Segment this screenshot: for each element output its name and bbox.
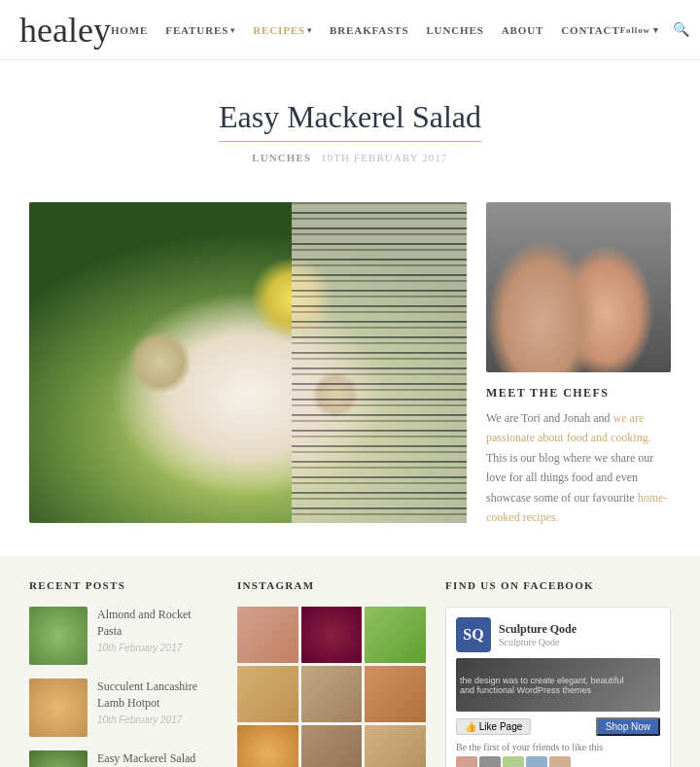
post-thumbnail[interactable] (29, 750, 88, 767)
instagram-grid (237, 607, 426, 767)
instagram-thumb[interactable] (365, 666, 426, 722)
meet-chefs-title: MEET THE CHEFS (486, 386, 671, 401)
article-meta: LUNCHES 10th February 2017 (19, 152, 681, 163)
recent-posts-column: RECENT POSTS Almond and Rocket Pasta 10t… (29, 579, 218, 767)
post-date: 10th February 2017 (97, 715, 218, 725)
facebook-shop-button[interactable]: Shop Now (596, 717, 660, 736)
post-thumbnail[interactable] (29, 679, 88, 737)
nav-features[interactable]: FEATURES (165, 24, 228, 36)
friend-avatar (503, 756, 524, 767)
nav-lunches[interactable]: LUNCHES (426, 24, 483, 36)
nav-recipes-dropdown[interactable]: RECIPES ▾ (253, 24, 312, 36)
post-title-link[interactable]: Almond and Rocket Pasta (97, 607, 218, 640)
nav-links: HOME FEATURES ▾ RECIPES ▾ BREAKFASTS LUN… (111, 24, 620, 36)
instagram-thumb[interactable] (237, 725, 298, 767)
follow-button[interactable]: Follow ▾ (620, 25, 659, 35)
article-date: 10th February 2017 (321, 152, 448, 163)
facebook-cover-image: the design was to create elegant, beauti… (456, 658, 660, 712)
facebook-page-sub: Sculpture Qode (499, 637, 577, 647)
facebook-page-name[interactable]: Sculpture Qode (499, 622, 577, 637)
search-icon[interactable]: 🔍 (673, 21, 689, 38)
instagram-title: INSTAGRAM (237, 579, 426, 591)
nav-features-dropdown[interactable]: FEATURES ▾ (165, 24, 235, 36)
post-date: 10th February 2017 (97, 643, 218, 653)
facebook-friends-text: Be the first of your friends to like thi… (456, 742, 660, 752)
article-category[interactable]: LUNCHES (252, 152, 311, 163)
article-header: Easy Mackerel Salad LUNCHES 10th Februar… (0, 60, 700, 183)
facebook-friend-avatars (456, 756, 660, 767)
post-thumbnail[interactable] (29, 607, 88, 665)
chevron-down-icon: ▾ (653, 25, 659, 35)
instagram-column: INSTAGRAM (237, 579, 426, 767)
main-content: MEET THE CHEFS We are Tori and Jonah and… (0, 183, 700, 556)
instagram-thumb[interactable] (301, 725, 363, 767)
food-image (29, 202, 467, 523)
post-title-link[interactable]: Easy Mackerel Salad (97, 750, 195, 767)
chevron-down-icon: ▾ (307, 25, 312, 35)
friend-avatar (526, 756, 547, 767)
nav-home[interactable]: HOME (111, 24, 148, 36)
nav-about[interactable]: ABOUT (502, 24, 544, 36)
instagram-thumb[interactable] (365, 607, 426, 663)
instagram-thumb[interactable] (301, 607, 363, 663)
list-item: Easy Mackerel Salad 10th February 2017 (29, 750, 218, 767)
nav-contact[interactable]: CONTACT (561, 24, 619, 36)
meet-chefs-text: We are Tori and Jonah and we are passion… (486, 408, 671, 527)
nav-right: Follow ▾ 🔍 (620, 21, 689, 38)
instagram-thumb[interactable] (365, 725, 426, 767)
nav-breakfasts[interactable]: BREAKFASTS (330, 24, 408, 36)
list-item: Almond and Rocket Pasta 10th February 20… (29, 607, 218, 665)
recent-posts-title: RECENT POSTS (29, 579, 218, 591)
meet-chefs-link[interactable]: we are passionate about food and cooking… (486, 411, 651, 444)
facebook-column: FIND US ON FACEBOOK SQ Sculpture Qode Sc… (445, 579, 671, 767)
chef-photo (486, 202, 671, 372)
facebook-title: FIND US ON FACEBOOK (445, 579, 671, 591)
friend-avatar (549, 756, 571, 767)
facebook-page-logo: SQ (456, 617, 491, 652)
nav-recipes[interactable]: RECIPES (253, 24, 305, 36)
list-item: Succulent Lancashire Lamb Hotpot 10th Fe… (29, 679, 218, 737)
article-title: Easy Mackerel Salad (219, 99, 481, 142)
post-title-link[interactable]: Succulent Lancashire Lamb Hotpot (97, 679, 218, 712)
home-cooked-link[interactable]: home-cooked recipes. (486, 491, 667, 524)
friend-avatar (479, 756, 501, 767)
facebook-widget: SQ Sculpture Qode Sculpture Qode the des… (445, 607, 671, 767)
site-logo[interactable]: healey (19, 10, 111, 51)
bottom-section: RECENT POSTS Almond and Rocket Pasta 10t… (0, 556, 700, 767)
meet-chefs-section: MEET THE CHEFS We are Tori and Jonah and… (486, 386, 671, 527)
sidebar: MEET THE CHEFS We are Tori and Jonah and… (486, 202, 671, 527)
facebook-like-button[interactable]: 👍 Like Page (456, 718, 531, 735)
instagram-thumb[interactable] (301, 666, 363, 722)
friend-avatar (456, 756, 477, 767)
instagram-thumb[interactable] (237, 666, 298, 722)
main-nav: healey HOME FEATURES ▾ RECIPES ▾ BREAKFA… (0, 0, 700, 60)
instagram-thumb[interactable] (237, 607, 298, 663)
food-image-container (29, 202, 467, 523)
chevron-down-icon: ▾ (230, 25, 235, 35)
